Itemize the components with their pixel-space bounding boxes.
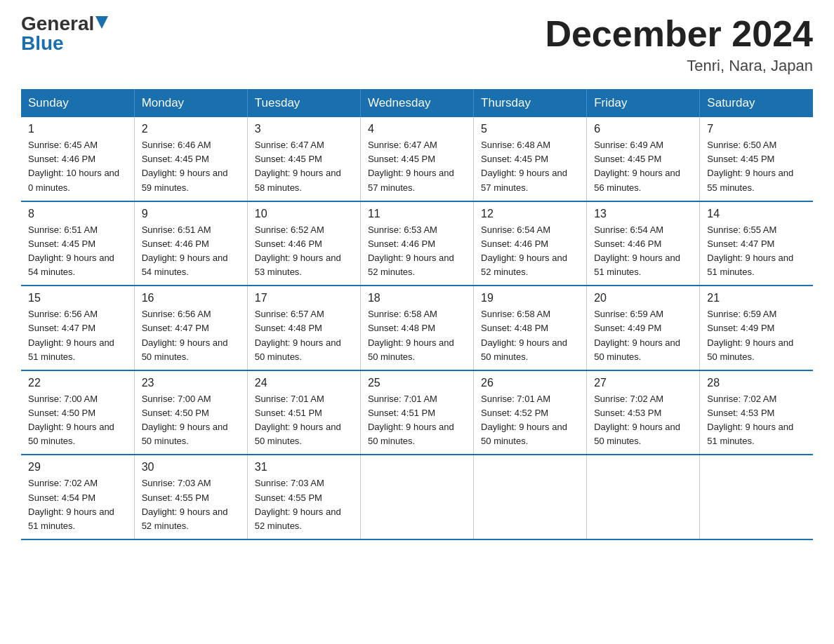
day-number: 7 <box>707 123 806 135</box>
day-info: Sunrise: 6:49 AMSunset: 4:45 PMDaylight:… <box>594 138 692 195</box>
day-info: Sunrise: 6:47 AMSunset: 4:45 PMDaylight:… <box>368 138 466 195</box>
logo-triangle-icon <box>95 16 108 29</box>
calendar-cell <box>700 455 813 539</box>
calendar-cell <box>360 455 473 539</box>
calendar-week-row: 1 Sunrise: 6:45 AMSunset: 4:46 PMDayligh… <box>21 117 813 201</box>
day-info: Sunrise: 7:02 AMSunset: 4:53 PMDaylight:… <box>707 392 806 449</box>
day-info: Sunrise: 6:58 AMSunset: 4:48 PMDaylight:… <box>368 307 466 364</box>
calendar-cell: 25 Sunrise: 7:01 AMSunset: 4:51 PMDaylig… <box>360 370 473 455</box>
calendar-week-row: 15 Sunrise: 6:56 AMSunset: 4:47 PMDaylig… <box>21 286 813 370</box>
calendar-cell: 6 Sunrise: 6:49 AMSunset: 4:45 PMDayligh… <box>587 117 700 201</box>
day-info: Sunrise: 6:52 AMSunset: 4:46 PMDaylight:… <box>255 223 353 280</box>
day-info: Sunrise: 6:45 AMSunset: 4:46 PMDaylight:… <box>28 138 127 195</box>
title-section: December 2024 Tenri, Nara, Japan <box>545 14 813 75</box>
calendar-cell: 8 Sunrise: 6:51 AMSunset: 4:45 PMDayligh… <box>21 201 134 286</box>
day-info: Sunrise: 6:51 AMSunset: 4:45 PMDaylight:… <box>28 223 127 280</box>
calendar-cell: 15 Sunrise: 6:56 AMSunset: 4:47 PMDaylig… <box>21 286 134 370</box>
day-number: 19 <box>481 292 579 304</box>
day-info: Sunrise: 7:01 AMSunset: 4:52 PMDaylight:… <box>481 392 579 449</box>
logo: General Blue <box>21 14 108 53</box>
calendar-cell: 24 Sunrise: 7:01 AMSunset: 4:51 PMDaylig… <box>247 370 360 455</box>
day-info: Sunrise: 6:54 AMSunset: 4:46 PMDaylight:… <box>481 223 579 280</box>
day-number: 13 <box>594 208 692 220</box>
calendar-cell: 27 Sunrise: 7:02 AMSunset: 4:53 PMDaylig… <box>587 370 700 455</box>
day-number: 20 <box>594 292 692 304</box>
day-number: 21 <box>707 292 806 304</box>
day-number: 30 <box>142 461 240 474</box>
day-info: Sunrise: 7:03 AMSunset: 4:55 PMDaylight:… <box>255 476 353 533</box>
day-number: 27 <box>594 377 692 389</box>
calendar-cell: 21 Sunrise: 6:59 AMSunset: 4:49 PMDaylig… <box>700 286 813 370</box>
calendar-cell: 4 Sunrise: 6:47 AMSunset: 4:45 PMDayligh… <box>360 117 473 201</box>
calendar-cell: 22 Sunrise: 7:00 AMSunset: 4:50 PMDaylig… <box>21 370 134 455</box>
col-monday: Monday <box>134 89 247 117</box>
col-sunday: Sunday <box>21 89 134 117</box>
day-number: 14 <box>707 208 806 220</box>
col-friday: Friday <box>587 89 700 117</box>
day-number: 29 <box>28 461 127 474</box>
calendar-cell <box>587 455 700 539</box>
day-number: 5 <box>481 123 579 135</box>
day-number: 22 <box>28 377 127 389</box>
calendar-cell: 10 Sunrise: 6:52 AMSunset: 4:46 PMDaylig… <box>247 201 360 286</box>
day-number: 4 <box>368 123 466 135</box>
day-info: Sunrise: 6:48 AMSunset: 4:45 PMDaylight:… <box>481 138 579 195</box>
day-info: Sunrise: 6:59 AMSunset: 4:49 PMDaylight:… <box>707 307 806 364</box>
day-info: Sunrise: 6:51 AMSunset: 4:46 PMDaylight:… <box>142 223 240 280</box>
calendar-header-row: Sunday Monday Tuesday Wednesday Thursday… <box>21 89 813 117</box>
day-number: 23 <box>142 377 240 389</box>
day-number: 28 <box>707 377 806 389</box>
svg-marker-0 <box>95 16 108 29</box>
day-number: 16 <box>142 292 240 304</box>
day-number: 15 <box>28 292 127 304</box>
month-title: December 2024 <box>545 14 813 54</box>
day-info: Sunrise: 7:03 AMSunset: 4:55 PMDaylight:… <box>142 476 240 533</box>
col-thursday: Thursday <box>474 89 587 117</box>
day-number: 11 <box>368 208 466 220</box>
day-number: 9 <box>142 208 240 220</box>
calendar-cell: 31 Sunrise: 7:03 AMSunset: 4:55 PMDaylig… <box>247 455 360 539</box>
calendar-cell: 18 Sunrise: 6:58 AMSunset: 4:48 PMDaylig… <box>360 286 473 370</box>
calendar-cell <box>474 455 587 539</box>
day-info: Sunrise: 6:58 AMSunset: 4:48 PMDaylight:… <box>481 307 579 364</box>
day-info: Sunrise: 6:56 AMSunset: 4:47 PMDaylight:… <box>28 307 127 364</box>
day-info: Sunrise: 7:02 AMSunset: 4:54 PMDaylight:… <box>28 476 127 533</box>
calendar-cell: 2 Sunrise: 6:46 AMSunset: 4:45 PMDayligh… <box>134 117 247 201</box>
calendar-week-row: 22 Sunrise: 7:00 AMSunset: 4:50 PMDaylig… <box>21 370 813 455</box>
day-number: 8 <box>28 208 127 220</box>
day-info: Sunrise: 7:00 AMSunset: 4:50 PMDaylight:… <box>142 392 240 449</box>
day-number: 26 <box>481 377 579 389</box>
day-info: Sunrise: 6:47 AMSunset: 4:45 PMDaylight:… <box>255 138 353 195</box>
day-info: Sunrise: 6:50 AMSunset: 4:45 PMDaylight:… <box>707 138 806 195</box>
calendar-cell: 29 Sunrise: 7:02 AMSunset: 4:54 PMDaylig… <box>21 455 134 539</box>
day-info: Sunrise: 6:59 AMSunset: 4:49 PMDaylight:… <box>594 307 692 364</box>
calendar-table: Sunday Monday Tuesday Wednesday Thursday… <box>21 89 813 540</box>
day-number: 1 <box>28 123 127 135</box>
day-number: 3 <box>255 123 353 135</box>
col-saturday: Saturday <box>700 89 813 117</box>
logo-general-text: General <box>21 14 94 34</box>
calendar-week-row: 29 Sunrise: 7:02 AMSunset: 4:54 PMDaylig… <box>21 455 813 539</box>
calendar-cell: 20 Sunrise: 6:59 AMSunset: 4:49 PMDaylig… <box>587 286 700 370</box>
day-info: Sunrise: 7:01 AMSunset: 4:51 PMDaylight:… <box>368 392 466 449</box>
calendar-cell: 3 Sunrise: 6:47 AMSunset: 4:45 PMDayligh… <box>247 117 360 201</box>
day-number: 31 <box>255 461 353 474</box>
day-info: Sunrise: 7:02 AMSunset: 4:53 PMDaylight:… <box>594 392 692 449</box>
day-number: 18 <box>368 292 466 304</box>
location-text: Tenri, Nara, Japan <box>545 57 813 75</box>
day-info: Sunrise: 6:55 AMSunset: 4:47 PMDaylight:… <box>707 223 806 280</box>
col-wednesday: Wednesday <box>360 89 473 117</box>
day-number: 25 <box>368 377 466 389</box>
day-info: Sunrise: 7:00 AMSunset: 4:50 PMDaylight:… <box>28 392 127 449</box>
col-tuesday: Tuesday <box>247 89 360 117</box>
day-number: 6 <box>594 123 692 135</box>
day-number: 2 <box>142 123 240 135</box>
calendar-cell: 12 Sunrise: 6:54 AMSunset: 4:46 PMDaylig… <box>474 201 587 286</box>
calendar-cell: 17 Sunrise: 6:57 AMSunset: 4:48 PMDaylig… <box>247 286 360 370</box>
calendar-cell: 14 Sunrise: 6:55 AMSunset: 4:47 PMDaylig… <box>700 201 813 286</box>
day-number: 17 <box>255 292 353 304</box>
calendar-week-row: 8 Sunrise: 6:51 AMSunset: 4:45 PMDayligh… <box>21 201 813 286</box>
calendar-cell: 13 Sunrise: 6:54 AMSunset: 4:46 PMDaylig… <box>587 201 700 286</box>
calendar-cell: 26 Sunrise: 7:01 AMSunset: 4:52 PMDaylig… <box>474 370 587 455</box>
day-info: Sunrise: 6:56 AMSunset: 4:47 PMDaylight:… <box>142 307 240 364</box>
